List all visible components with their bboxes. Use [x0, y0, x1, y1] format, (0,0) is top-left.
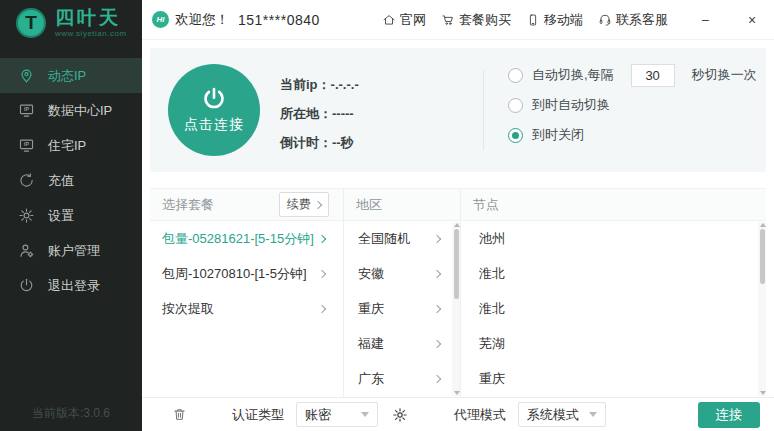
sidebar-item-label: 账户管理	[48, 242, 100, 260]
hi-badge-icon: Hi	[152, 11, 169, 28]
gear-icon	[392, 407, 408, 423]
logout-power-icon	[18, 277, 35, 294]
sidebar-item-recharge[interactable]: 充值	[0, 163, 142, 198]
nav-customer-service[interactable]: 联系客服	[598, 11, 668, 29]
region-column-header: 地区	[344, 189, 460, 221]
pin-ip-icon	[18, 67, 35, 84]
interval-seconds-input[interactable]	[631, 64, 675, 87]
radio-icon[interactable]	[508, 98, 523, 113]
node-item[interactable]: 淮北	[461, 291, 766, 326]
nav-buy-package[interactable]: 套餐购买	[441, 11, 511, 29]
node-scrollbar[interactable]	[758, 222, 766, 396]
delete-button[interactable]	[172, 407, 188, 423]
brand-name: 四叶天	[55, 8, 127, 29]
svg-text:IP: IP	[24, 141, 29, 147]
selection-panel: 选择套餐 续费 包量-05281621-[5-15分钟] 包周-10270810…	[150, 188, 766, 397]
sidebar-item-residential-ip[interactable]: IP 住宅IP	[0, 128, 142, 163]
node-column: 节点 池州 淮北 淮北 芜湖 重庆	[460, 189, 766, 397]
nav-label: 联系客服	[616, 11, 668, 29]
chevron-down-icon	[589, 412, 597, 417]
node-item-label: 淮北	[479, 300, 505, 318]
nav-official-site[interactable]: 官网	[382, 11, 426, 29]
sidebar-item-label: 数据中心IP	[48, 102, 112, 120]
connect-circle-button[interactable]: 点击连接	[168, 64, 260, 156]
node-header-label: 节点	[473, 196, 499, 214]
package-item[interactable]: 包周-10270810-[1-5分钟]	[150, 256, 343, 291]
chevron-right-icon	[314, 200, 322, 208]
nav-mobile[interactable]: 移动端	[526, 11, 583, 29]
node-item-label: 池州	[479, 230, 505, 248]
app-version: 当前版本:3.0.6	[0, 405, 142, 422]
trash-icon	[172, 407, 187, 422]
main-content: 点击连接 当前ip：-.-.-.- 所在地：----- 倒计时：--秒 自动切换…	[142, 40, 774, 397]
package-column-header: 选择套餐 续费	[150, 189, 343, 221]
scrollbar-thumb[interactable]	[760, 229, 765, 284]
node-item[interactable]: 池州	[461, 221, 766, 256]
sidebar-item-dynamic-ip[interactable]: 动态IP	[0, 58, 142, 93]
auth-type-select[interactable]: 账密	[296, 402, 378, 427]
region-item[interactable]: 重庆	[344, 291, 460, 326]
brand-logo: T 四叶天 www.siyetian.com	[0, 0, 142, 46]
chevron-right-icon	[433, 374, 441, 382]
package-item-label: 包周-10270810-[1-5分钟]	[162, 265, 307, 283]
power-icon	[201, 86, 227, 112]
option-label-after: 秒切换一次	[692, 66, 757, 84]
sidebar-item-account[interactable]: 账户管理	[0, 233, 142, 268]
region-item[interactable]: 安徽	[344, 256, 460, 291]
region-item-label: 重庆	[358, 300, 384, 318]
region-scrollbar[interactable]	[452, 222, 460, 396]
proxy-mode-value: 系统模式	[527, 406, 579, 424]
option-close-on-expire[interactable]: 到时关闭	[508, 120, 757, 150]
current-ip-label: 当前ip：	[280, 76, 331, 94]
scroll-up-icon[interactable]	[454, 223, 460, 227]
region-item[interactable]: 福建	[344, 326, 460, 361]
nav-label: 移动端	[544, 11, 583, 29]
radio-icon[interactable]	[508, 68, 523, 83]
node-item[interactable]: 芜湖	[461, 326, 766, 361]
account-number: 151****0840	[238, 12, 320, 28]
option-label: 到时关闭	[532, 126, 584, 144]
region-item[interactable]: 全国随机	[344, 221, 460, 256]
chevron-right-icon	[433, 339, 441, 347]
region-item-label: 福建	[358, 335, 384, 353]
package-item-label: 包量-05281621-[5-15分钟]	[162, 230, 314, 248]
connection-info: 当前ip：-.-.-.- 所在地：----- 倒计时：--秒	[280, 70, 359, 157]
package-item-label: 按次提取	[162, 300, 214, 318]
datacenter-ip-icon: IP	[18, 102, 35, 119]
svg-text:IP: IP	[24, 106, 29, 112]
option-auto-interval[interactable]: 自动切换,每隔 秒切换一次	[508, 60, 757, 90]
region-column: 地区 全国随机 安徽 重庆 福建	[343, 189, 460, 397]
node-column-header: 节点	[461, 189, 766, 221]
chevron-right-icon	[433, 304, 441, 312]
residential-ip-icon: IP	[18, 137, 35, 154]
close-button[interactable]: ×	[742, 12, 762, 28]
sidebar-item-datacenter-ip[interactable]: IP 数据中心IP	[0, 93, 142, 128]
recharge-icon	[18, 172, 35, 189]
scrollbar-thumb[interactable]	[454, 229, 459, 299]
node-item-label: 淮北	[479, 265, 505, 283]
node-item[interactable]: 淮北	[461, 256, 766, 291]
proxy-mode-select[interactable]: 系统模式	[518, 402, 606, 427]
scroll-down-icon[interactable]	[454, 391, 460, 395]
package-item[interactable]: 按次提取	[150, 291, 343, 326]
phone-icon	[526, 13, 540, 27]
sidebar-item-settings[interactable]: 设置	[0, 198, 142, 233]
brand-url: www.siyetian.com	[55, 29, 127, 38]
minimize-button[interactable]: −	[695, 12, 715, 28]
node-item[interactable]: 重庆	[461, 361, 766, 396]
sidebar-item-label: 退出登录	[48, 277, 100, 295]
scroll-down-icon[interactable]	[760, 391, 766, 395]
connect-button[interactable]: 连接	[698, 402, 760, 428]
sidebar: T 四叶天 www.siyetian.com 动态IP IP 数据中心IP IP…	[0, 0, 142, 431]
auth-settings-button[interactable]	[392, 407, 408, 423]
sidebar-item-logout[interactable]: 退出登录	[0, 268, 142, 303]
region-item[interactable]: 广东	[344, 361, 460, 396]
package-item[interactable]: 包量-05281621-[5-15分钟]	[150, 221, 343, 256]
radio-checked-icon[interactable]	[508, 128, 523, 143]
sidebar-item-label: 动态IP	[48, 67, 86, 85]
package-column: 选择套餐 续费 包量-05281621-[5-15分钟] 包周-10270810…	[150, 189, 343, 397]
option-auto-on-expire[interactable]: 到时自动切换	[508, 90, 757, 120]
scroll-up-icon[interactable]	[760, 223, 766, 227]
nav-label: 套餐购买	[459, 11, 511, 29]
renew-button[interactable]: 续费	[279, 192, 329, 217]
